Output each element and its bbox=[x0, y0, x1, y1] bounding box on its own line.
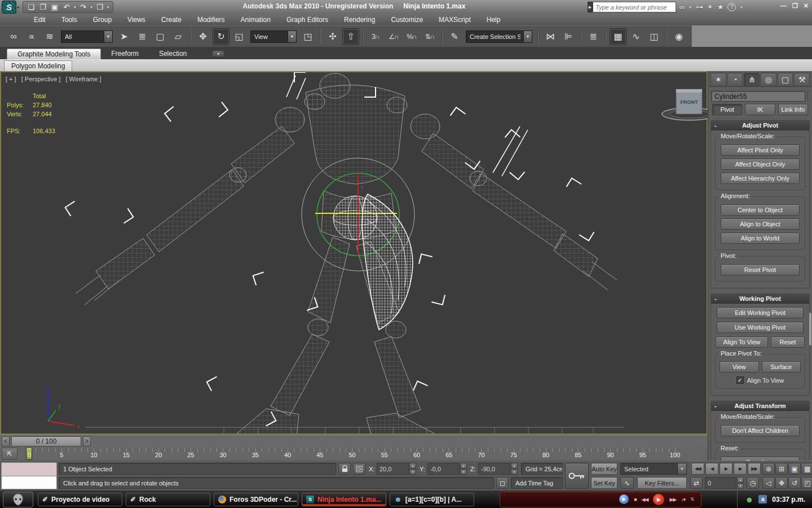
select-object-icon[interactable]: ➤ bbox=[116, 28, 133, 45]
tab-modify[interactable]: ◔ bbox=[727, 73, 743, 86]
center-to-object-button[interactable]: Center to Object bbox=[721, 204, 799, 216]
mirror-icon[interactable]: ⋈ bbox=[542, 28, 559, 45]
object-name-field[interactable] bbox=[711, 91, 805, 102]
media-collapse-icon[interactable]: ⇅ bbox=[690, 497, 694, 502]
task-ninja-intento-1-ma-[interactable]: SNinja Intento 1.ma... bbox=[302, 493, 386, 506]
current-frame-field[interactable] bbox=[705, 477, 736, 489]
app-menu-arrow-icon[interactable]: ▾ bbox=[17, 5, 19, 10]
unlink-selection-icon[interactable]: ∝ bbox=[23, 28, 40, 45]
start-button[interactable] bbox=[3, 492, 33, 507]
tab-create[interactable]: ✶ bbox=[710, 73, 726, 86]
place-pivot-view-button[interactable]: View bbox=[720, 361, 759, 373]
object-color-swatch[interactable] bbox=[807, 91, 809, 101]
use-pivot-point-center-icon[interactable]: ◳ bbox=[299, 28, 316, 45]
collapse-icon[interactable]: - bbox=[714, 401, 717, 410]
undo-button[interactable]: ↶ bbox=[61, 2, 72, 12]
align-to-view-button[interactable]: Align To View bbox=[716, 336, 768, 348]
angle-snap-toggle-icon[interactable]: ∠∩ bbox=[385, 28, 402, 45]
align-icon[interactable]: ⊫ bbox=[560, 28, 577, 45]
communication-center-icon[interactable]: ✴ bbox=[707, 3, 713, 11]
selection-lock-icon[interactable] bbox=[338, 463, 351, 475]
adjust-transform-header[interactable]: - Adjust Transform bbox=[711, 401, 809, 411]
menu-customize[interactable]: Customize bbox=[383, 14, 431, 25]
panel-scrollbar[interactable] bbox=[809, 313, 811, 345]
viewport-menu-plus[interactable]: [ + ] bbox=[6, 76, 16, 82]
minimize-button[interactable]: — bbox=[780, 2, 787, 10]
restore-button[interactable]: ❐ bbox=[792, 2, 798, 10]
key-icon[interactable]: ⊶ bbox=[696, 3, 703, 11]
curve-editor-icon[interactable]: ∿ bbox=[628, 28, 645, 45]
menu-tools[interactable]: Tools bbox=[54, 14, 85, 25]
chevron-down-icon[interactable]: ▼ bbox=[677, 463, 686, 474]
search-icon[interactable]: ∞ bbox=[679, 3, 685, 11]
maximize-viewport-icon[interactable]: ◰ bbox=[801, 477, 812, 489]
time-configuration-icon[interactable]: ◷ bbox=[747, 477, 759, 489]
redo-button-dropdown-icon[interactable]: ▾ bbox=[91, 5, 93, 10]
percent-snap-toggle-icon[interactable]: %∩ bbox=[403, 28, 420, 45]
tab-display[interactable]: ▢ bbox=[778, 73, 793, 86]
menu-rendering[interactable]: Rendering bbox=[336, 14, 383, 25]
zoom-icon[interactable]: ⊕ bbox=[762, 463, 775, 475]
play-button[interactable]: ▶ bbox=[720, 463, 732, 475]
app-logo-icon[interactable]: S bbox=[2, 1, 16, 14]
dont-affect-children-button[interactable]: Don't Affect Children bbox=[721, 425, 799, 436]
viewport-menu-view[interactable]: [ Perspective ] bbox=[21, 76, 61, 82]
menu-graph-editors[interactable]: Graph Editors bbox=[279, 14, 336, 25]
chevron-down-icon[interactable]: ▼ bbox=[288, 31, 296, 42]
tab-polygon-modeling[interactable]: Polygon Modeling bbox=[4, 60, 72, 72]
project-folder-button[interactable]: ❒ bbox=[95, 2, 105, 12]
adjust-pivot-header[interactable]: - Adjust Pivot bbox=[711, 121, 809, 130]
edit-named-selection-sets-icon[interactable]: ✎ bbox=[446, 28, 463, 45]
selected-filter-dropdown[interactable]: Selected ▼ bbox=[620, 463, 687, 475]
add-time-tag-field[interactable]: Add Time Tag bbox=[511, 477, 563, 489]
select-and-scale-icon[interactable]: ◱ bbox=[231, 28, 248, 45]
select-and-rotate-icon[interactable]: ↻ bbox=[213, 28, 230, 45]
maxscript-mini-listener-white[interactable] bbox=[1, 476, 57, 489]
selection-filter-dropdown[interactable]: All▼ bbox=[61, 30, 113, 43]
open-mini-curve-editor-button[interactable]: ⇱ bbox=[2, 448, 17, 460]
z-spinner[interactable]: ▲▼ bbox=[511, 463, 518, 475]
perspective-viewport[interactable]: z z x y [ + ] bbox=[0, 71, 708, 435]
layer-manager-icon[interactable]: ≣ bbox=[585, 28, 602, 45]
place-pivot-surface-button[interactable]: Surface bbox=[762, 361, 801, 373]
tray-app-icon[interactable]: a bbox=[758, 495, 767, 503]
favorites-star-icon[interactable]: ★ bbox=[717, 3, 724, 11]
undo-button-dropdown-icon[interactable]: ▾ bbox=[74, 5, 76, 10]
isolate-selection-icon[interactable]: ◻ bbox=[496, 477, 509, 489]
maxscript-mini-listener-pink[interactable] bbox=[1, 462, 57, 476]
affect-object-only-button[interactable]: Affect Object Only bbox=[721, 159, 799, 170]
next-frame-button[interactable]: ▶ bbox=[734, 463, 747, 475]
chevron-down-icon[interactable]: ▼ bbox=[104, 31, 112, 42]
new-scene-button[interactable]: ❏ bbox=[26, 2, 36, 12]
auto-key-button[interactable]: Auto Key bbox=[591, 463, 617, 475]
previous-frame-button[interactable]: ◀ bbox=[705, 463, 718, 475]
menu-group[interactable]: Group bbox=[85, 14, 120, 25]
go-to-start-button[interactable]: ◀◀ bbox=[691, 463, 704, 475]
task-proyecto-de-video[interactable]: ✐Proyecto de video bbox=[38, 493, 122, 506]
zoom-extents-all-icon[interactable]: ▩ bbox=[801, 463, 812, 475]
selected-object-wireframe[interactable] bbox=[362, 194, 413, 330]
key-mode-toggle-icon[interactable]: ⇄ bbox=[690, 477, 703, 489]
orbit-icon[interactable]: ↺ bbox=[788, 477, 801, 489]
menu-edit[interactable]: Edit bbox=[26, 14, 54, 25]
z-coordinate-field[interactable] bbox=[478, 463, 510, 475]
select-and-link-icon[interactable]: ∞ bbox=[5, 28, 22, 45]
snap-toggle-3d-icon[interactable]: 3∩ bbox=[367, 28, 384, 45]
affect-pivot-only-button[interactable]: Affect Pivot Only bbox=[721, 144, 799, 156]
stop-button[interactable]: ■ bbox=[634, 497, 636, 502]
search-collapse-icon[interactable]: ▶ bbox=[588, 2, 593, 12]
y-spinner[interactable]: ▲▼ bbox=[460, 463, 467, 475]
rectangular-selection-region-icon[interactable]: ▢ bbox=[152, 28, 169, 45]
tab-hierarchy[interactable]: ⋔ bbox=[744, 73, 760, 86]
search-input[interactable] bbox=[593, 2, 676, 12]
robot-wireframe-model[interactable] bbox=[76, 73, 617, 433]
help-icon-dropdown-icon[interactable]: ▾ bbox=[740, 5, 743, 10]
align-to-view-checkbox[interactable]: ✓ bbox=[736, 376, 744, 384]
ribbon-overflow-icon[interactable]: ▼ bbox=[211, 50, 225, 58]
edit-working-pivot-button[interactable]: Edit Working Pivot bbox=[717, 307, 804, 318]
keyboard-shortcut-override-icon[interactable]: ⇧ bbox=[342, 28, 359, 45]
redo-button[interactable]: ↷ bbox=[78, 2, 89, 12]
y-coordinate-field[interactable] bbox=[427, 463, 460, 475]
menu-create[interactable]: Create bbox=[153, 14, 189, 25]
reference-coordinate-system-dropdown[interactable]: View▼ bbox=[250, 30, 297, 43]
